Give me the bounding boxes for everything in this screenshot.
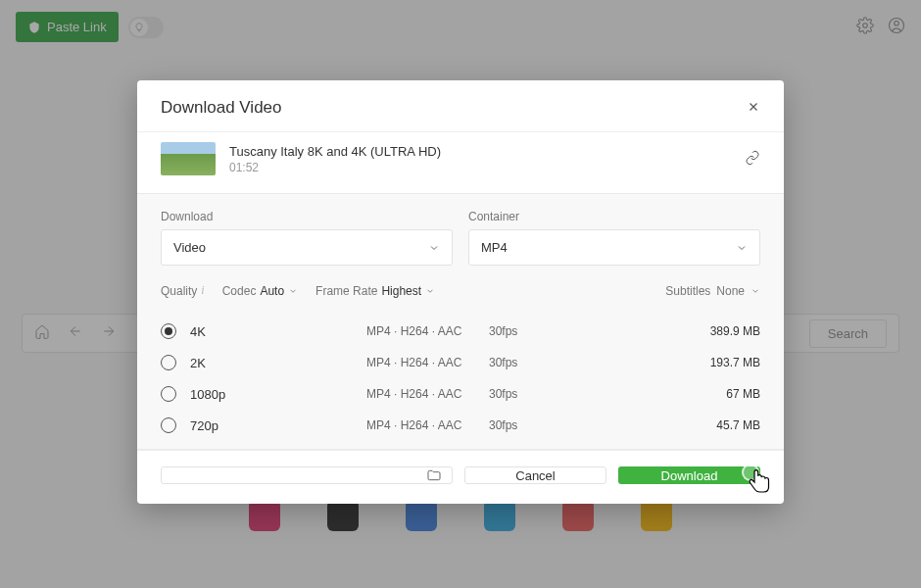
radio-button[interactable] — [161, 355, 176, 370]
quality-size: 389.9 MB — [710, 324, 760, 338]
quality-label: 720p — [190, 418, 366, 433]
link-icon — [745, 150, 760, 166]
download-button[interactable]: Download — [618, 466, 760, 484]
quality-size: 67 MB — [726, 387, 760, 401]
chevron-down-icon — [288, 286, 298, 296]
info-icon[interactable]: i — [201, 283, 204, 298]
quality-label: 1080p — [190, 387, 366, 402]
download-type-select[interactable]: Video — [161, 229, 453, 266]
modal-footer: Cancel Download — [137, 450, 784, 504]
quality-size: 193.7 MB — [710, 356, 760, 369]
quality-option[interactable]: 1080p MP4 · H264 · AAC 30fps 67 MB — [137, 378, 784, 410]
framerate-select[interactable]: Frame Rate Highest — [315, 284, 435, 298]
modal-header: Download Video — [137, 80, 784, 131]
download-type-label: Download — [161, 210, 453, 223]
cancel-button[interactable]: Cancel — [464, 466, 606, 484]
chevron-down-icon — [736, 242, 748, 254]
container-select[interactable]: MP4 — [468, 229, 760, 266]
radio-button[interactable] — [161, 323, 176, 339]
container-value: MP4 — [481, 240, 508, 255]
close-icon — [747, 100, 760, 114]
chevron-down-icon — [428, 242, 440, 254]
quality-label: 4K — [190, 324, 366, 339]
quality-format: MP4 · H264 · AAC — [366, 418, 489, 432]
quality-option[interactable]: 2K MP4 · H264 · AAC 30fps 193.7 MB — [137, 347, 784, 378]
quality-filter-label: Quality i — [161, 283, 205, 298]
quality-fps: 30fps — [489, 387, 726, 401]
quality-option[interactable]: 4K MP4 · H264 · AAC 30fps 389.9 MB — [137, 316, 784, 347]
quality-option[interactable]: 720p MP4 · H264 · AAC 30fps 45.7 MB — [137, 410, 784, 441]
quality-format: MP4 · H264 · AAC — [366, 387, 489, 401]
options-section: Download Video Container MP4 Quality i — [137, 193, 784, 450]
quality-fps: 30fps — [489, 324, 710, 338]
radio-button[interactable] — [161, 386, 176, 402]
download-modal: Download Video Tuscany Italy 8K and 4K (… — [137, 80, 784, 504]
video-title: Tuscany Italy 8K and 4K (ULTRA HD) — [229, 144, 731, 159]
quality-format: MP4 · H264 · AAC — [366, 324, 489, 338]
quality-format: MP4 · H264 · AAC — [366, 356, 489, 369]
quality-size: 45.7 MB — [716, 418, 760, 432]
video-thumbnail — [161, 142, 216, 175]
quality-label: 2K — [190, 356, 366, 370]
quality-fps: 30fps — [489, 418, 716, 432]
quality-list: 4K MP4 · H264 · AAC 30fps 389.9 MB 2K MP… — [137, 312, 784, 449]
chevron-down-icon — [751, 286, 760, 296]
quality-fps: 30fps — [489, 356, 710, 369]
video-duration: 01:52 — [229, 161, 731, 174]
chevron-down-icon — [425, 286, 435, 296]
container-label: Container — [468, 210, 760, 223]
video-info: Tuscany Italy 8K and 4K (ULTRA HD) 01:52 — [137, 131, 784, 193]
folder-icon — [426, 467, 442, 483]
close-button[interactable] — [747, 100, 760, 117]
modal-title: Download Video — [161, 98, 282, 118]
radio-button[interactable] — [161, 417, 176, 433]
filter-row: Quality i Codec Auto Frame Rate Highest … — [137, 283, 784, 312]
save-path-input[interactable] — [161, 466, 453, 484]
subtitles-select[interactable]: Subtitles None — [665, 284, 760, 298]
codec-select[interactable]: Codec Auto — [222, 284, 298, 298]
download-type-value: Video — [173, 240, 206, 255]
copy-link-button[interactable] — [745, 150, 760, 169]
